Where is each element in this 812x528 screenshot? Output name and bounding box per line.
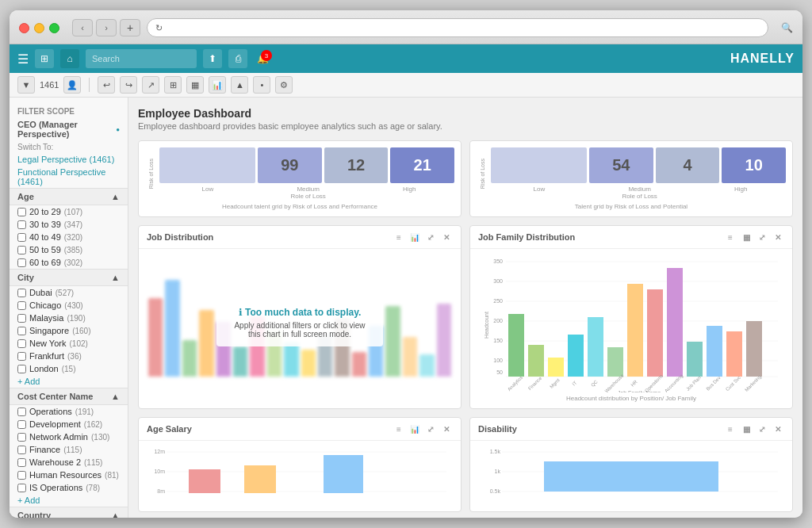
cost-center-section-toggle[interactable]: Cost Center Name ▲ — [10, 388, 128, 405]
talent-grid-1-layout: Risk of Loss 99 12 21 Low — [145, 147, 454, 200]
country-section-toggle[interactable]: Country ▲ — [10, 507, 128, 518]
grid-icon[interactable]: ⊞ — [35, 49, 54, 68]
new-tab-button[interactable]: + — [120, 19, 140, 36]
as-table-icon[interactable]: ≡ — [393, 423, 405, 435]
svg-text:50: 50 — [496, 369, 503, 375]
city-item-dubai[interactable]: Dubai (527) — [10, 286, 128, 299]
jf-close-icon[interactable]: ✕ — [772, 231, 784, 243]
age-section-toggle[interactable]: Age ▲ — [10, 188, 128, 205]
legal-perspective-item[interactable]: Legal Perspective (1461) — [10, 153, 128, 166]
age-item-3[interactable]: 50 to 59 (385) — [10, 243, 128, 256]
reload-icon[interactable]: ↻ — [155, 23, 163, 33]
city-section-toggle[interactable]: City ▲ — [10, 269, 128, 286]
redo-icon[interactable]: ↪ — [120, 76, 137, 94]
cc-item-wh2[interactable]: Warehouse 2 (115) — [10, 456, 128, 469]
as-bar-icon[interactable]: 📊 — [408, 423, 421, 435]
bar-8 — [284, 342, 298, 377]
age-item-4[interactable]: 60 to 69 (302) — [10, 256, 128, 269]
undo-icon[interactable]: ↩ — [98, 76, 115, 94]
cc-checkbox-wh2[interactable] — [17, 458, 26, 467]
cc-item-isops[interactable]: IS Operations (78) — [10, 481, 128, 494]
as-expand-icon[interactable]: ⤢ — [424, 423, 437, 435]
city-item-frankfurt[interactable]: Frankfurt (36) — [10, 350, 128, 362]
functional-perspective-item[interactable]: Functional Perspective (1461) — [10, 166, 128, 188]
chart-icon[interactable]: 📊 — [209, 76, 226, 94]
back-button[interactable]: ‹ — [72, 19, 93, 36]
age-checkbox-3[interactable] — [17, 246, 26, 254]
age-checkbox-2[interactable] — [17, 233, 26, 242]
print-icon[interactable]: ⎙ — [228, 49, 247, 68]
share-icon[interactable]: ↗ — [142, 76, 159, 94]
cc-item-hr[interactable]: Human Resources (81) — [10, 469, 128, 481]
dis-expand-icon[interactable]: ⤢ — [756, 423, 768, 435]
add-cost-button[interactable]: + Add — [10, 494, 128, 507]
bar-chart-icon[interactable]: 📊 — [408, 231, 421, 243]
cc-item-finance[interactable]: Finance (115) — [10, 443, 128, 456]
add-city-button[interactable]: + Add — [10, 375, 128, 388]
city-item-singapore[interactable]: Singapore (160) — [10, 324, 128, 337]
cc-checkbox-finance[interactable] — [17, 446, 26, 454]
city-item-london[interactable]: London (15) — [10, 362, 128, 375]
expand-icon[interactable]: ⤢ — [424, 231, 437, 243]
city-checkbox-london[interactable] — [17, 365, 26, 373]
as-close-icon[interactable]: ✕ — [440, 423, 453, 435]
age-item-2[interactable]: 40 to 49 (320) — [10, 231, 128, 243]
jf-expand-icon[interactable]: ⤢ — [756, 231, 768, 243]
city-item-chicago[interactable]: Chicago (430) — [10, 299, 128, 312]
cc-item-dev[interactable]: Development (162) — [10, 418, 128, 430]
home-icon[interactable]: ⌂ — [60, 49, 79, 68]
table-icon[interactable]: ⊞ — [164, 76, 182, 94]
main-layout: Filter Scope CEO (Manager Perspective) ●… — [10, 98, 802, 518]
grid-view-icon[interactable]: ▦ — [186, 76, 204, 94]
maximize-button[interactable] — [49, 23, 59, 33]
dis-close-icon[interactable]: ✕ — [772, 423, 784, 435]
svg-text:8m: 8m — [157, 488, 165, 494]
settings-icon[interactable]: ⚙ — [275, 76, 293, 94]
age-item-1[interactable]: 30 to 39 (347) — [10, 218, 128, 231]
age-checkbox-1[interactable] — [17, 220, 26, 229]
job-family-svg: 350 300 250 200 150 100 50 — [477, 254, 786, 392]
city-checkbox-newyork[interactable] — [17, 339, 26, 348]
forward-button[interactable]: › — [96, 19, 117, 36]
triangle-icon[interactable]: ▲ — [231, 76, 248, 94]
jf-bar-icon[interactable]: ▦ — [740, 231, 753, 243]
city-checkbox-malaysia[interactable] — [17, 314, 26, 323]
upload-icon[interactable]: ⬆ — [203, 49, 222, 68]
age-item-0[interactable]: 20 to 29 (107) — [10, 205, 128, 218]
cc-checkbox-netadmin[interactable] — [17, 433, 26, 442]
city-checkbox-dubai[interactable] — [17, 289, 26, 297]
notification-bell[interactable]: 🔔 3 — [257, 53, 269, 64]
age-salary-title: Age Salary — [147, 424, 192, 434]
jf-table-icon[interactable]: ≡ — [724, 231, 737, 243]
cc-checkbox-hr[interactable] — [17, 471, 26, 480]
content-area: Employee Dashboard Employee dashboard pr… — [128, 98, 802, 518]
table-view-icon[interactable]: ≡ — [393, 231, 405, 243]
x-label-low: Low — [202, 186, 214, 200]
cc-checkbox-isops[interactable] — [17, 484, 26, 492]
city-checkbox-frankfurt[interactable] — [17, 352, 26, 361]
x-label-low-2: Low — [534, 186, 546, 200]
url-bar[interactable]: ↻ — [147, 18, 768, 37]
ceo-perspective-item[interactable]: CEO (Manager Perspective) ● — [10, 117, 128, 141]
cc-checkbox-ops[interactable] — [17, 407, 26, 416]
cc-checkbox-dev[interactable] — [17, 420, 26, 429]
filter-icon[interactable]: ▼ — [17, 76, 35, 94]
person-icon[interactable]: 👤 — [63, 76, 81, 94]
dot-icon[interactable]: • — [253, 76, 270, 94]
close-button[interactable] — [19, 23, 29, 33]
dis-bar-icon[interactable]: ▦ — [740, 423, 753, 435]
minimize-button[interactable] — [34, 23, 44, 33]
hamburger-icon[interactable]: ☰ — [17, 52, 29, 67]
cc-item-netadmin[interactable]: Network Admin (130) — [10, 430, 128, 443]
country-label: Country — [17, 511, 51, 518]
age-checkbox-0[interactable] — [17, 208, 26, 216]
city-item-malaysia[interactable]: Malaysia (190) — [10, 312, 128, 324]
dis-table-icon[interactable]: ≡ — [724, 423, 737, 435]
city-checkbox-chicago[interactable] — [17, 301, 26, 310]
city-checkbox-singapore[interactable] — [17, 327, 26, 335]
city-item-newyork[interactable]: New York (102) — [10, 337, 128, 350]
toolbar-search-input[interactable] — [86, 49, 197, 68]
age-checkbox-4[interactable] — [17, 258, 26, 267]
close-icon-jd[interactable]: ✕ — [440, 231, 453, 243]
cc-item-ops[interactable]: Operations (191) — [10, 405, 128, 418]
